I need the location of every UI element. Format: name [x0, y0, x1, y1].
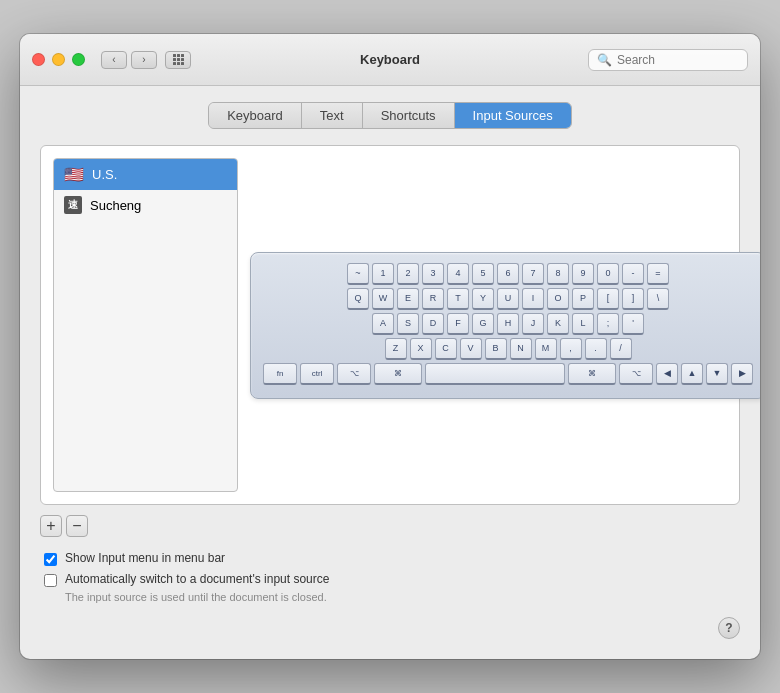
key-q[interactable]: Q — [347, 288, 369, 310]
nav-buttons: ‹ › — [101, 51, 157, 69]
key-tilde[interactable]: ~ — [347, 263, 369, 285]
traffic-lights — [32, 53, 85, 66]
key-equals[interactable]: = — [647, 263, 669, 285]
key-c[interactable]: C — [435, 338, 457, 360]
key-z[interactable]: Z — [385, 338, 407, 360]
key-j[interactable]: J — [522, 313, 544, 335]
key-5[interactable]: 5 — [472, 263, 494, 285]
key-period[interactable]: . — [585, 338, 607, 360]
key-3[interactable]: 3 — [422, 263, 444, 285]
key-p[interactable]: P — [572, 288, 594, 310]
key-0[interactable]: 0 — [597, 263, 619, 285]
source-us-label: U.S. — [92, 167, 117, 182]
key-m[interactable]: M — [535, 338, 557, 360]
main-window: ‹ › Keyboard 🔍 Keyboard Text Shortcuts I… — [20, 34, 760, 659]
grid-icon — [173, 54, 184, 65]
key-lbracket[interactable]: [ — [597, 288, 619, 310]
us-flag-icon: 🇺🇸 — [64, 165, 84, 184]
key-alt-r[interactable]: ⌥ — [619, 363, 653, 385]
key-u[interactable]: U — [497, 288, 519, 310]
key-ctrl[interactable]: ctrl — [300, 363, 334, 385]
back-button[interactable]: ‹ — [101, 51, 127, 69]
auto-switch-checkbox[interactable] — [44, 574, 57, 587]
key-slash[interactable]: / — [610, 338, 632, 360]
search-box[interactable]: 🔍 — [588, 49, 748, 71]
key-v[interactable]: V — [460, 338, 482, 360]
remove-source-button[interactable]: − — [66, 515, 88, 537]
tab-input-sources[interactable]: Input Sources — [455, 103, 571, 128]
key-l[interactable]: L — [572, 313, 594, 335]
help-button[interactable]: ? — [718, 617, 740, 639]
key-t[interactable]: T — [447, 288, 469, 310]
key-i[interactable]: I — [522, 288, 544, 310]
key-alt[interactable]: ⌥ — [337, 363, 371, 385]
search-input[interactable] — [617, 53, 739, 67]
key-fn[interactable]: fn — [263, 363, 297, 385]
key-y[interactable]: Y — [472, 288, 494, 310]
key-7[interactable]: 7 — [522, 263, 544, 285]
key-k[interactable]: K — [547, 313, 569, 335]
key-row-2: Q W E R T Y U I O P [ ] \ — [263, 288, 753, 310]
key-d[interactable]: D — [422, 313, 444, 335]
search-icon: 🔍 — [597, 53, 612, 67]
source-item-sucheng[interactable]: 速 Sucheng — [54, 190, 237, 220]
key-right[interactable]: ▶ — [731, 363, 753, 385]
close-button[interactable] — [32, 53, 45, 66]
grid-button[interactable] — [165, 51, 191, 69]
key-8[interactable]: 8 — [547, 263, 569, 285]
tab-shortcuts[interactable]: Shortcuts — [363, 103, 455, 128]
show-input-menu-checkbox[interactable] — [44, 553, 57, 566]
key-w[interactable]: W — [372, 288, 394, 310]
tab-text[interactable]: Text — [302, 103, 363, 128]
key-cmd-r[interactable]: ⌘ — [568, 363, 616, 385]
key-h[interactable]: H — [497, 313, 519, 335]
key-semicolon[interactable]: ; — [597, 313, 619, 335]
key-n[interactable]: N — [510, 338, 532, 360]
key-quote[interactable]: ' — [622, 313, 644, 335]
key-a[interactable]: A — [372, 313, 394, 335]
auto-switch-label: Automatically switch to a document's inp… — [65, 572, 329, 586]
show-input-menu-option: Show Input menu in menu bar — [44, 551, 740, 566]
tab-group: Keyboard Text Shortcuts Input Sources — [208, 102, 572, 129]
main-panel: 🇺🇸 U.S. 速 Sucheng ~ 1 2 3 4 — [40, 145, 740, 505]
key-s[interactable]: S — [397, 313, 419, 335]
key-down[interactable]: ▼ — [706, 363, 728, 385]
key-rbracket[interactable]: ] — [622, 288, 644, 310]
key-b[interactable]: B — [485, 338, 507, 360]
add-source-button[interactable]: + — [40, 515, 62, 537]
minimize-button[interactable] — [52, 53, 65, 66]
key-comma[interactable]: , — [560, 338, 582, 360]
forward-button[interactable]: › — [131, 51, 157, 69]
key-x[interactable]: X — [410, 338, 432, 360]
key-up[interactable]: ▲ — [681, 363, 703, 385]
key-r[interactable]: R — [422, 288, 444, 310]
key-6[interactable]: 6 — [497, 263, 519, 285]
option-note: The input source is used until the docum… — [65, 591, 740, 603]
options-area: Show Input menu in menu bar Automaticall… — [40, 551, 740, 603]
sources-list: 🇺🇸 U.S. 速 Sucheng — [53, 158, 238, 492]
key-space[interactable] — [425, 363, 565, 385]
key-4[interactable]: 4 — [447, 263, 469, 285]
window-title: Keyboard — [360, 52, 420, 67]
key-left[interactable]: ◀ — [656, 363, 678, 385]
key-e[interactable]: E — [397, 288, 419, 310]
key-o[interactable]: O — [547, 288, 569, 310]
key-minus[interactable]: - — [622, 263, 644, 285]
key-backslash[interactable]: \ — [647, 288, 669, 310]
keyboard-visual: ~ 1 2 3 4 5 6 7 8 9 0 - = — [250, 252, 760, 399]
key-row-space: fn ctrl ⌥ ⌘ ⌘ ⌥ ◀ ▲ ▼ ▶ — [263, 363, 753, 385]
list-controls: + − — [40, 515, 740, 537]
show-input-menu-label: Show Input menu in menu bar — [65, 551, 225, 565]
key-9[interactable]: 9 — [572, 263, 594, 285]
key-2[interactable]: 2 — [397, 263, 419, 285]
titlebar: ‹ › Keyboard 🔍 — [20, 34, 760, 86]
tab-bar: Keyboard Text Shortcuts Input Sources — [40, 102, 740, 129]
source-item-us[interactable]: 🇺🇸 U.S. — [54, 159, 237, 190]
key-g[interactable]: G — [472, 313, 494, 335]
tab-keyboard[interactable]: Keyboard — [209, 103, 302, 128]
key-1[interactable]: 1 — [372, 263, 394, 285]
maximize-button[interactable] — [72, 53, 85, 66]
key-cmd-l[interactable]: ⌘ — [374, 363, 422, 385]
key-f[interactable]: F — [447, 313, 469, 335]
content-area: Keyboard Text Shortcuts Input Sources 🇺🇸… — [20, 86, 760, 659]
